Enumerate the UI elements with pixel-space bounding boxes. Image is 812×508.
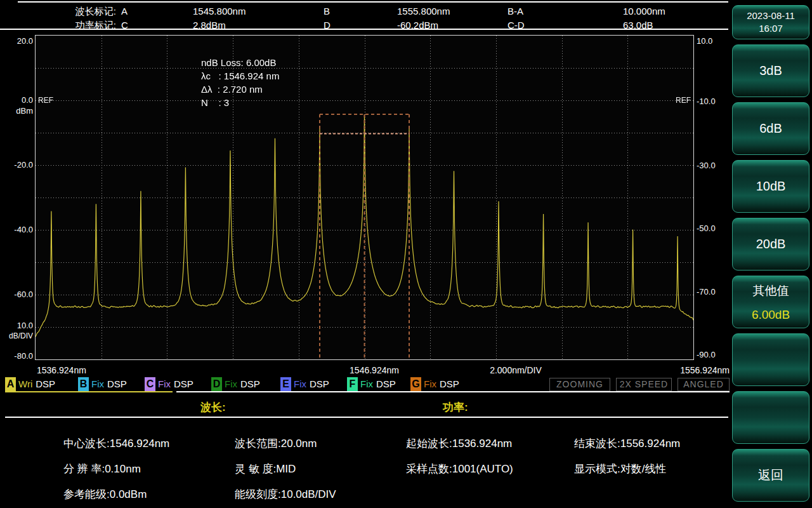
left-axis-label: -60.0 xyxy=(5,290,33,299)
trace-mode-label: Fix xyxy=(360,378,373,389)
topbar-row2-label: 功率标记: xyxy=(65,20,116,32)
trace-selector-C[interactable]: CFixDSP xyxy=(145,377,193,391)
trace-selector-B[interactable]: BFixDSP xyxy=(78,377,127,391)
param-readout: 起始波长:1536.924nm xyxy=(406,436,512,451)
topbar-row1-v3: 10.000nm xyxy=(623,6,665,17)
param-readout: 中心波长:1546.924nm xyxy=(63,436,169,451)
softkey-label: 6dB xyxy=(759,121,782,136)
param-readout: 灵 敏 度:MID xyxy=(235,462,296,476)
left-axis-label: 10.0 xyxy=(5,321,33,330)
x-perdiv-label: 2.000nm/DIV xyxy=(487,365,544,375)
softkey-back[interactable]: 返回 xyxy=(732,449,809,502)
left-axis-label: 20.0 xyxy=(5,36,33,46)
softkey-label: 20dB xyxy=(756,237,786,251)
ref-marker-right: REF xyxy=(660,96,691,105)
wavelength-section-header: 波长: xyxy=(200,400,226,415)
topbar-row2-m1: C xyxy=(121,20,128,30)
param-readout: 结束波长:1556.924nm xyxy=(574,436,680,451)
right-axis-label: 10.0 xyxy=(697,36,712,46)
trace-letter-badge: G xyxy=(410,377,421,391)
softkey-other-value[interactable]: 其他值6.00dB xyxy=(732,276,809,328)
trace-type-label: DSP xyxy=(376,378,396,389)
trace-selector-G[interactable]: GFixDSP xyxy=(410,377,459,391)
param-readout: 波长范围:20.0nm xyxy=(235,436,317,451)
trace-mode-label: Fix xyxy=(294,378,306,389)
trace-selector-A[interactable]: AWriDSP xyxy=(5,377,55,391)
param-readout: 能级刻度:10.0dB/DIV xyxy=(235,487,336,502)
topbar-row1-label: 波长标记: xyxy=(65,6,116,18)
trace-mode-label: Fix xyxy=(225,378,237,389)
softkey-20db[interactable]: 20dB xyxy=(732,218,809,271)
back-label: 返回 xyxy=(758,467,783,484)
trace-type-label: DSP xyxy=(240,378,260,389)
other-value-amount: 6.00dB xyxy=(752,308,790,322)
left-axis-label: -80.0 xyxy=(5,351,33,361)
topbar-row1-m3: B-A xyxy=(508,6,523,17)
x-start-label: 1536.924nm xyxy=(37,365,86,375)
softkey-3db[interactable]: 3dB xyxy=(732,44,809,97)
active-trace-underline xyxy=(5,391,173,392)
topbar-row1-v2: 1555.800nm xyxy=(397,6,450,17)
right-axis-label: -30.0 xyxy=(697,161,716,170)
param-readout: 显示模式:对数/线性 xyxy=(574,462,666,476)
other-value-label: 其他值 xyxy=(753,283,789,299)
right-axis-label: -70.0 xyxy=(697,287,716,297)
param-readout: 分 辨 率:0.10nm xyxy=(63,462,141,476)
section-divider-line xyxy=(5,417,728,418)
param-readout: 采样点数:1001(AUTO) xyxy=(406,462,513,476)
right-axis-label: -90.0 xyxy=(697,350,716,359)
status-button-angled[interactable]: ANGLED xyxy=(678,378,730,391)
x-center-label: 1546.924nm xyxy=(346,365,403,375)
softkey-empty[interactable] xyxy=(732,333,809,386)
topbar-top-line xyxy=(18,1,728,3)
topbar-row1-v1: 1545.800nm xyxy=(193,6,246,17)
trace-type-label: DSP xyxy=(440,378,459,389)
date-text: 2023-08-11 xyxy=(747,10,795,22)
trace-selector-D[interactable]: DFixDSP xyxy=(211,377,260,391)
softkey-6db[interactable]: 6dB xyxy=(732,102,809,155)
topbar-row2-v3: 63.0dB xyxy=(623,20,653,30)
topbar-row1-m1: A xyxy=(121,6,128,17)
status-button-2x-speed[interactable]: 2X SPEED xyxy=(616,378,672,391)
left-axis-label: -40.0 xyxy=(5,225,33,234)
trace-letter-badge: C xyxy=(145,377,155,391)
trace-selector-F[interactable]: FFixDSP xyxy=(347,377,396,391)
softkey-label: 3dB xyxy=(759,64,782,78)
trace-mode-label: Fix xyxy=(424,378,436,389)
left-axis-label: dBm xyxy=(5,106,33,116)
trace-mode-label: Wri xyxy=(18,378,32,389)
spectrum-canvas[interactable] xyxy=(36,36,693,359)
right-axis-label: -10.0 xyxy=(697,97,716,106)
topbar-row1-m2: B xyxy=(324,6,330,17)
right-axis-label: -50.0 xyxy=(697,224,716,233)
topbar-row2-v1: 2.8dBm xyxy=(193,20,226,30)
trace-letter-badge: F xyxy=(347,377,358,391)
softkey-label: 10dB xyxy=(756,179,786,194)
trace-row-underline xyxy=(176,391,730,392)
param-readout: 参考能级:0.0dBm xyxy=(63,487,147,502)
datetime-display[interactable]: 2023-08-1116:07 xyxy=(732,5,809,39)
spectrum-plot xyxy=(35,35,694,360)
trace-selector-E[interactable]: EFixDSP xyxy=(280,377,329,391)
ndb-analysis-annotation: ndB Loss: 6.00dB λc : 1546.924 nm Δλ : 2… xyxy=(201,56,279,109)
left-axis-label: 0.0 xyxy=(5,95,33,105)
ref-marker-left: REF xyxy=(38,96,53,105)
trace-mode-label: Fix xyxy=(158,378,171,389)
status-button-zooming[interactable]: ZOOMING xyxy=(549,378,610,391)
trace-type-label: DSP xyxy=(107,378,127,389)
topbar-row2-m3: C-D xyxy=(508,20,525,30)
power-section-header: 功率: xyxy=(443,400,468,415)
time-text: 16:07 xyxy=(759,22,783,35)
trace-type-label: DSP xyxy=(310,378,329,389)
softkey-empty[interactable] xyxy=(732,391,809,444)
topbar-row2-m2: D xyxy=(324,20,331,30)
trace-letter-badge: A xyxy=(5,377,16,391)
topbar-row2-v2: -60.2dBm xyxy=(397,20,438,30)
trace-mode-label: Fix xyxy=(91,378,104,389)
trace-letter-badge: E xyxy=(280,377,291,391)
trace-letter-badge: D xyxy=(211,377,222,391)
softkey-10db[interactable]: 10dB xyxy=(732,160,809,213)
x-end-label: 1556.924nm xyxy=(672,365,730,375)
left-axis-label: -20.0 xyxy=(5,160,33,170)
trace-letter-badge: B xyxy=(78,377,89,391)
